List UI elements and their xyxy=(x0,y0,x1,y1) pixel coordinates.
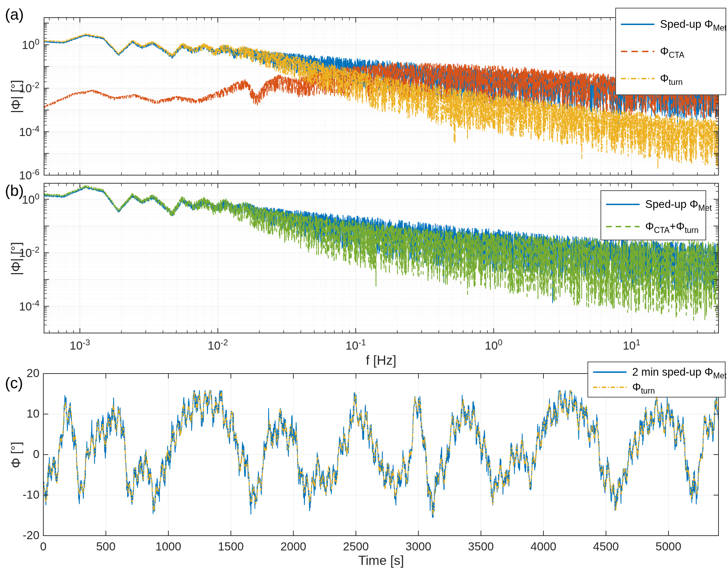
legend-line-sample xyxy=(606,223,640,230)
tick-label-x-time: 3500 xyxy=(453,540,509,553)
tick-label-x-time: 1000 xyxy=(140,540,197,553)
legend-entry: Φturn xyxy=(593,381,720,394)
tick-label-x-time: 4500 xyxy=(578,540,634,553)
legend-line-sample xyxy=(606,201,640,208)
legend-panel-a: Sped-up ΦMetΦCTAΦturn xyxy=(615,8,726,95)
legend-label: Φturn xyxy=(632,381,655,394)
legend-entry: 2 min sped-up ΦMet xyxy=(593,366,720,378)
legend-label: ΦCTA xyxy=(660,45,684,58)
panel-label-a: (a) xyxy=(5,6,24,23)
legend-line-sample xyxy=(621,48,654,55)
tick-label-x-log: 100 xyxy=(466,338,522,352)
legend-panel-b: Sped-up ΦMetΦCTA+Φturn xyxy=(601,190,706,240)
tick-label-x-time: 4000 xyxy=(515,540,572,553)
legend-label: Sped-up ΦMet xyxy=(660,18,727,31)
tick-label-y-b: 10-4 xyxy=(1,298,39,313)
tick-label-x-time: 2000 xyxy=(265,540,322,553)
legend-entry: ΦCTA xyxy=(621,45,721,58)
legend-line-sample xyxy=(621,21,654,27)
tick-label-x-time: 500 xyxy=(78,540,134,553)
tick-label-y-a: 100 xyxy=(1,37,39,52)
legend-label: 2 min sped-up ΦMet xyxy=(632,366,727,378)
x-axis-label-time: Time [s] xyxy=(325,553,437,568)
legend-entry: ΦCTA+Φturn xyxy=(606,220,701,233)
tick-label-x-time: 3000 xyxy=(390,540,447,553)
tick-label-x-time: 1500 xyxy=(203,540,259,553)
legend-label: Φturn xyxy=(660,72,683,85)
tick-label-y-c: -10 xyxy=(1,488,39,501)
tick-label-x-time: 5000 xyxy=(640,540,697,553)
tick-label-x-log: 10-3 xyxy=(52,338,108,352)
tick-label-x-log: 10-1 xyxy=(328,338,384,352)
legend-line-sample xyxy=(621,75,654,82)
tick-label-x-log: 101 xyxy=(603,338,660,352)
matlab-figure: (a) (b) (c) |Φ| [°] |Φ| [°] Φ [°] f [Hz]… xyxy=(0,0,728,573)
legend-line-sample xyxy=(593,369,627,375)
legend-line-sample xyxy=(593,384,627,390)
tick-label-y-a: 10-6 xyxy=(1,167,39,182)
x-axis-label-frequency: f [Hz] xyxy=(325,353,437,368)
tick-label-y-c: 0 xyxy=(1,448,39,461)
tick-label-y-b: 10-2 xyxy=(1,245,39,260)
legend-entry: Sped-up ΦMet xyxy=(606,198,701,211)
tick-label-x-log: 10-2 xyxy=(189,338,246,352)
tick-label-y-c: -20 xyxy=(1,529,39,542)
tick-label-y-c: 10 xyxy=(1,407,39,420)
tick-label-y-c: 20 xyxy=(1,366,39,380)
tick-label-y-b: 100 xyxy=(1,192,39,207)
legend-entry: Φturn xyxy=(621,72,721,85)
legend-label: Sped-up ΦMet xyxy=(645,198,712,211)
legend-entry: Sped-up ΦMet xyxy=(621,18,721,31)
tick-label-y-a: 10-4 xyxy=(1,124,39,139)
tick-label-y-a: 10-2 xyxy=(1,80,39,95)
tick-label-x-time: 2500 xyxy=(328,540,384,553)
legend-label: ΦCTA+Φturn xyxy=(645,220,699,233)
legend-panel-c: 2 min sped-up ΦMetΦturn xyxy=(587,362,726,398)
